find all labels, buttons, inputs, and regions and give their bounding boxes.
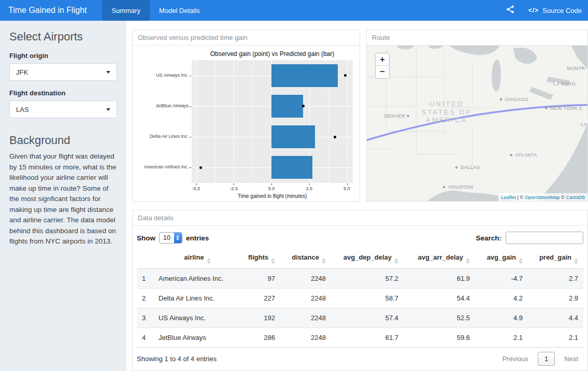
cell-airline: US Airways Inc. [153,308,241,328]
zoom-in-button[interactable]: + [376,53,389,66]
background-heading: Background [9,134,117,147]
search-input[interactable] [506,232,583,244]
share-button[interactable] [506,5,515,16]
cell-distance: 2248 [280,308,331,328]
y-axis-label: JetBlue Airways [133,103,189,108]
main-area: Observed versus predicted time gain Obse… [126,21,588,371]
cell-index: 2 [137,289,153,308]
column-header-avg-gain[interactable]: avg_gain [475,249,528,269]
pagination: Previous 1 Next [497,352,583,365]
table-row[interactable]: 1American Airlines Inc.97224857.261.9-4.… [137,269,583,289]
column-header-distance[interactable]: distance [280,249,331,269]
y-axis-label: Delta Air Lines Inc. [133,134,189,139]
map-zoom-control: + − [375,53,390,79]
data-details-panel: Data details Show 10 entries Search: [132,210,588,371]
cell-airline: Delta Air Lines Inc. [153,289,241,308]
attribution-link[interactable]: OpenStreetMap [525,194,560,200]
attribution-link[interactable]: Leaflet [501,194,516,200]
entries-label: entries [186,234,209,242]
tab-model-details[interactable]: Model Details [150,0,209,21]
column-header-index [137,249,153,269]
cell-avg-dep-delay: 57.4 [331,308,404,328]
destination-select[interactable]: LAS [9,101,117,118]
x-tick [271,183,272,185]
background-text: Given that your flight was delayed by 15… [9,151,117,247]
table-header-row: airlineflightsdistanceavg_dep_delayavg_a… [137,249,583,269]
y-tick [190,106,191,107]
table-row[interactable]: 4JetBlue Airways286224861.759.62.12.1 [137,328,583,348]
column-header-pred-gain[interactable]: pred_gain [528,249,583,269]
sort-icon [519,259,523,264]
column-label: avg_gain [487,253,516,261]
x-tick-label: 2.5 [301,186,318,191]
navbar-right: </> Source Code [506,0,588,21]
sidebar: Select Airports Flight origin JFK Flight… [0,21,126,371]
chart-panel-header: Observed versus predicted time gain [133,30,360,46]
x-tick [196,183,197,185]
origin-label: Flight origin [9,52,117,60]
column-header-avg-arr-delay[interactable]: avg_arr_delay [404,249,475,269]
tab-summary[interactable]: Summary [102,0,150,21]
page-button-1[interactable]: 1 [538,352,555,366]
cell-airline: JetBlue Airways [153,328,241,348]
cell-flights: 192 [241,308,280,328]
origin-select[interactable]: JFK [9,63,117,81]
cell-pred-gain: 2.1 [528,328,583,348]
cell-distance: 2248 [280,289,331,308]
point-us-airways-inc[interactable] [344,74,347,77]
column-header-airline[interactable]: airline [153,249,241,269]
city-dot [407,115,409,117]
point-american-airlines-inc[interactable] [199,166,202,169]
country-label: UNITED [429,100,464,108]
bar-jetblue-airways[interactable] [271,95,303,118]
table-row[interactable]: 2Delta Air Lines Inc.227224858.754.44.22… [137,289,583,308]
chevron-down-icon [106,108,110,111]
cell-airline: American Airlines Inc. [153,269,241,289]
cell-pred-gain: 2.9 [528,289,583,308]
route-map-panel: Route [366,30,588,202]
sort-icon [322,259,326,264]
data-panel-header: Data details [133,210,587,226]
column-header-avg-dep-delay[interactable]: avg_dep_delay [331,249,404,269]
cell-avg-dep-delay: 57.2 [331,269,404,289]
search-label: Search: [476,234,501,242]
y-axis-label: US Airways Inc. [133,73,189,78]
next-button[interactable]: Next [559,352,583,365]
y-tick [190,137,191,137]
x-axis-title: Time gained in flight (minutes) [192,193,353,199]
bar-us-airways-inc[interactable] [271,64,338,87]
chart-panel: Observed versus predicted time gain Obse… [132,30,360,202]
gridline-major [196,60,197,183]
cell-distance: 2248 [280,328,331,348]
stepper-icon [174,233,182,243]
column-header-flights[interactable]: flights [241,249,280,269]
sort-icon [271,259,275,264]
city-dot [510,154,512,156]
city-label-denver: DENVER [384,113,405,119]
bar-delta-air-lines-inc[interactable] [271,125,315,148]
cell-index: 1 [137,269,153,289]
map-body[interactable]: UNITEDSTATES OFAMERICAMONTRTOROCHICAGONE… [367,46,587,201]
table-footer: Showing 1 to 4 of 4 entries Previous 1 N… [137,352,583,365]
x-tick-label: -5.0 [188,186,205,191]
page-length-select[interactable]: 10 [159,232,182,244]
attribution-text: © [560,194,566,200]
table-row[interactable]: 3US Airways Inc.192224857.452.54.94.4 [137,308,583,328]
city-dot [499,98,502,101]
source-code-button[interactable]: </> Source Code [528,7,582,15]
cell-index: 4 [137,328,153,348]
city-marker [554,81,557,85]
x-tick [347,183,348,185]
zoom-out-button[interactable]: − [376,66,389,78]
cell-avg-arr-delay: 54.4 [404,289,475,308]
cell-pred-gain: 2.7 [528,269,583,289]
share-icon [506,5,515,16]
bar-american-airlines-inc[interactable] [271,156,312,179]
point-jetblue-airways[interactable] [302,105,305,107]
previous-button[interactable]: Previous [497,352,534,365]
sort-icon [207,259,211,264]
source-code-label: Source Code [542,7,582,15]
point-delta-air-lines-inc[interactable] [334,136,336,138]
column-label: airline [184,253,204,261]
attribution-link[interactable]: CartoDB [566,194,585,200]
